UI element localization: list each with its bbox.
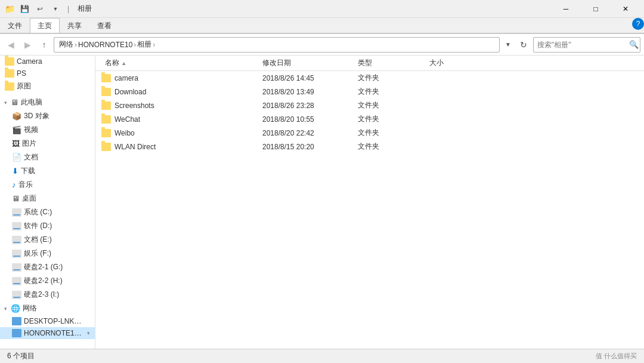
icon-3dobj: 📦 bbox=[12, 112, 21, 121]
sidebar-label-desktop: 桌面 bbox=[22, 193, 36, 204]
file-name-wechat: WeChat bbox=[95, 115, 262, 124]
tab-file[interactable]: 文件 bbox=[0, 18, 30, 33]
drive-icon-g bbox=[12, 263, 21, 272]
sidebar-item-download[interactable]: ⬇ 下载 bbox=[0, 164, 95, 178]
file-type-download: 文件夹 bbox=[358, 87, 429, 97]
help-button[interactable]: ? bbox=[632, 18, 644, 30]
file-type-screenshots: 文件夹 bbox=[358, 100, 429, 110]
sidebar-label-picture: 图片 bbox=[22, 139, 36, 149]
sidebar-item-camera[interactable]: Camera bbox=[0, 56, 95, 67]
sidebar-label-drive-c: 系统 (C:) bbox=[24, 207, 52, 217]
drive-icon-h bbox=[12, 277, 21, 285]
sidebar: Camera PS 原图 ▾ 🖥 此电脑 📦 3D 对象 🎬 视频 🖼 图片 bbox=[0, 56, 95, 349]
icon-doc: 📄 bbox=[12, 153, 21, 162]
back-button[interactable]: ◀ bbox=[4, 38, 18, 52]
forward-button[interactable]: ▶ bbox=[20, 38, 35, 52]
address-path-device[interactable]: HONORNOTE10 bbox=[78, 41, 132, 49]
ribbon-tabs: 文件 主页 共享 查看 ? bbox=[0, 18, 644, 33]
col-header-type[interactable]: 类型 bbox=[358, 58, 429, 68]
sidebar-item-drive-f[interactable]: 娱乐 (F:) bbox=[0, 247, 95, 260]
sidebar-label-drive-f: 娱乐 (F:) bbox=[24, 248, 51, 259]
sidebar-section-network[interactable]: ▾ 🌐 网络 bbox=[0, 302, 95, 315]
undo-quick-btn[interactable]: ↩ bbox=[33, 2, 47, 16]
sidebar-icon-thispc: 🖥 bbox=[11, 98, 18, 107]
network-icon bbox=[12, 317, 21, 325]
folder-icon bbox=[101, 101, 111, 110]
sidebar-label-drive-e: 文档 (E:) bbox=[24, 235, 52, 245]
folder-icon bbox=[101, 129, 111, 137]
title-bar: 📁 💾 ↩ ▼ | 相册 ─ □ ✕ bbox=[0, 0, 644, 18]
sidebar-item-honornote10[interactable]: HONORNOTE1… ▾ bbox=[0, 327, 95, 339]
quickaccess-dropdown[interactable]: ▼ bbox=[48, 2, 63, 16]
address-path-current[interactable]: 相册 bbox=[137, 39, 151, 50]
sidebar-label-drive-h: 硬盘2-2 (H:) bbox=[24, 276, 63, 286]
main-layout: Camera PS 原图 ▾ 🖥 此电脑 📦 3D 对象 🎬 视频 🖼 图片 bbox=[0, 56, 644, 349]
sidebar-item-drive-d[interactable]: 软件 (D:) bbox=[0, 219, 95, 233]
close-button[interactable]: ✕ bbox=[612, 0, 639, 18]
table-row[interactable]: Download 2018/8/20 13:49 文件夹 bbox=[95, 85, 644, 99]
file-type-wlan: 文件夹 bbox=[358, 141, 429, 152]
search-icon[interactable]: 🔍 bbox=[629, 40, 639, 49]
sidebar-item-ps[interactable]: PS bbox=[0, 67, 95, 79]
sidebar-label-network: 网络 bbox=[23, 303, 37, 313]
table-row[interactable]: WLAN Direct 2018/8/15 20:20 文件夹 bbox=[95, 140, 644, 153]
sidebar-item-video[interactable]: 🎬 视频 bbox=[0, 123, 95, 137]
file-date-camera: 2018/8/26 14:45 bbox=[262, 74, 358, 82]
sidebar-item-3dobj[interactable]: 📦 3D 对象 bbox=[0, 109, 95, 123]
table-row[interactable]: WeChat 2018/8/20 10:55 文件夹 bbox=[95, 112, 644, 126]
file-name-wlan: WLAN Direct bbox=[95, 143, 262, 151]
col-header-date[interactable]: 修改日期 bbox=[262, 58, 358, 68]
up-button[interactable]: ↑ bbox=[37, 38, 51, 52]
sidebar-label-3dobj: 3D 对象 bbox=[24, 111, 49, 121]
col-header-name[interactable]: 名称 ▲ bbox=[95, 58, 262, 68]
minimize-button[interactable]: ─ bbox=[552, 0, 580, 18]
folder-icon bbox=[5, 57, 14, 66]
sidebar-item-drive-i[interactable]: 硬盘2-3 (I:) bbox=[0, 288, 95, 302]
sidebar-label-music: 音乐 bbox=[18, 180, 33, 190]
file-date-download: 2018/8/20 13:49 bbox=[262, 88, 358, 96]
file-type-camera: 文件夹 bbox=[358, 73, 429, 83]
search-input[interactable] bbox=[537, 41, 627, 49]
maximize-button[interactable]: □ bbox=[582, 0, 609, 18]
sidebar-item-picture[interactable]: 🖼 图片 bbox=[0, 137, 95, 150]
address-bar[interactable]: 网络 › HONORNOTE10 › 相册 › bbox=[54, 37, 500, 53]
address-path-network[interactable]: 网络 bbox=[59, 39, 73, 50]
tab-share[interactable]: 共享 bbox=[60, 18, 89, 33]
sidebar-label-drive-i: 硬盘2-3 (I:) bbox=[24, 290, 59, 300]
sidebar-section-thispc[interactable]: ▾ 🖥 此电脑 bbox=[0, 96, 95, 109]
tab-home[interactable]: 主页 bbox=[30, 18, 60, 33]
file-name-download: Download bbox=[95, 88, 262, 96]
icon-desktop: 🖥 bbox=[12, 194, 20, 203]
folder-icon bbox=[101, 115, 111, 124]
table-row[interactable]: camera 2018/8/26 14:45 文件夹 bbox=[95, 71, 644, 85]
sidebar-item-desktop[interactable]: 🖥 桌面 bbox=[0, 192, 95, 205]
sidebar-label-drive-g: 硬盘2-1 (G:) bbox=[24, 262, 63, 272]
folder-icon bbox=[101, 74, 111, 82]
sidebar-item-drive-g[interactable]: 硬盘2-1 (G:) bbox=[0, 260, 95, 274]
watermark: 值 什么值得买 bbox=[596, 352, 637, 361]
sidebar-label-thispc: 此电脑 bbox=[21, 97, 42, 107]
file-type-wechat: 文件夹 bbox=[358, 114, 429, 124]
address-dropdown-button[interactable]: ▼ bbox=[502, 38, 514, 52]
col-header-size[interactable]: 大小 bbox=[429, 58, 489, 68]
drive-icon-c bbox=[12, 208, 21, 217]
status-bar: 6 个项目 值 什么值得买 bbox=[0, 349, 644, 363]
file-date-screenshots: 2018/8/26 23:28 bbox=[262, 101, 358, 110]
sidebar-item-music[interactable]: ♪ 音乐 bbox=[0, 178, 95, 192]
tab-view[interactable]: 查看 bbox=[89, 18, 119, 33]
table-row[interactable]: Screenshots 2018/8/26 23:28 文件夹 bbox=[95, 99, 644, 112]
table-row[interactable]: Weibo 2018/8/20 22:42 文件夹 bbox=[95, 126, 644, 140]
icon-video: 🎬 bbox=[12, 125, 21, 134]
sidebar-item-drive-c[interactable]: 系统 (C:) bbox=[0, 205, 95, 219]
sidebar-item-desktop-lnk[interactable]: DESKTOP-LNK… bbox=[0, 315, 95, 327]
sidebar-item-drive-e[interactable]: 文档 (E:) bbox=[0, 233, 95, 247]
search-box: 🔍 bbox=[533, 37, 640, 53]
sidebar-item-doc[interactable]: 📄 文档 bbox=[0, 150, 95, 164]
refresh-button[interactable]: ↻ bbox=[516, 38, 531, 52]
drive-icon-f bbox=[12, 250, 21, 258]
icon-music: ♪ bbox=[12, 180, 16, 189]
sidebar-item-drive-h[interactable]: 硬盘2-2 (H:) bbox=[0, 274, 95, 288]
save-quick-btn[interactable]: 💾 bbox=[17, 2, 32, 16]
network-icon bbox=[12, 329, 21, 337]
sidebar-item-yuantu[interactable]: 原图 bbox=[0, 79, 95, 93]
